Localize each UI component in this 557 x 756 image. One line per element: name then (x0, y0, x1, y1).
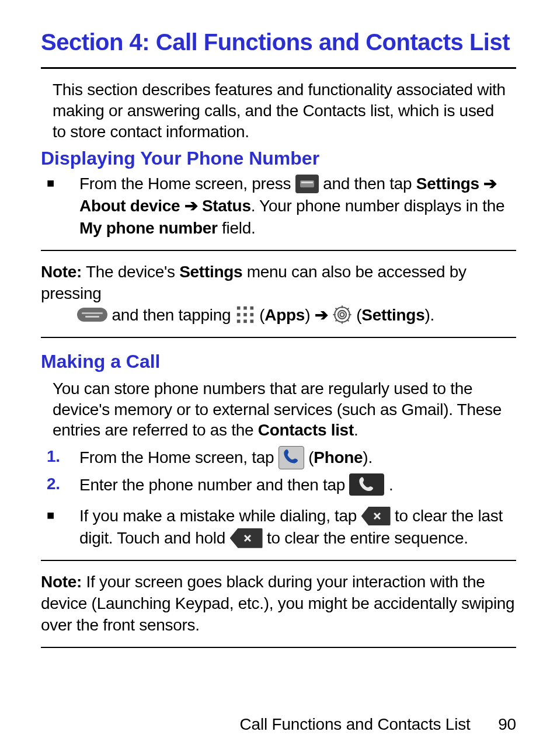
making-call-steps: 1. From the Home screen, tap (Phone). 2.… (41, 447, 516, 549)
note-label: Note: (41, 573, 82, 591)
footer-title: Call Functions and Contacts List (240, 715, 471, 733)
label-apps: Apps (264, 306, 305, 324)
making-call-intro: You can store phone numbers that are reg… (47, 378, 510, 441)
text: field. (218, 219, 256, 237)
page-number: 90 (498, 715, 516, 734)
phone-app-icon (278, 446, 304, 469)
svg-line-17 (347, 320, 349, 322)
text: and then tap (323, 175, 416, 193)
apps-grid-icon (235, 305, 255, 325)
label-phone-app: Phone (314, 448, 363, 466)
subhead-display-number: Displaying Your Phone Number (41, 148, 516, 169)
text: ) (305, 306, 310, 324)
svg-line-19 (347, 308, 349, 310)
note-label: Note: (41, 263, 82, 281)
arrow-icon: ➔ (483, 175, 497, 193)
home-key-icon (77, 308, 107, 322)
label-settings: Settings (416, 175, 479, 193)
menu-key-icon (295, 175, 319, 193)
svg-rect-3 (237, 313, 241, 317)
svg-point-10 (340, 313, 344, 317)
label-status: Status (202, 197, 251, 215)
section-title: Section 4: Call Functions and Contacts L… (41, 29, 516, 55)
bullet-marker: ■ (41, 505, 79, 526)
list-item: ■ If you make a mistake while dialing, t… (41, 505, 516, 549)
gear-icon (332, 305, 352, 325)
svg-rect-5 (250, 313, 253, 317)
svg-point-9 (338, 311, 346, 319)
text: The device's (82, 263, 179, 281)
text: ). (424, 306, 434, 324)
rule (41, 250, 516, 251)
svg-line-18 (335, 320, 337, 322)
svg-rect-6 (237, 320, 241, 323)
text: ( (259, 306, 264, 324)
rule (41, 560, 516, 561)
note-black-screen: Note: If your screen goes black during y… (41, 572, 516, 648)
subhead-making-a-call: Making a Call (41, 351, 516, 372)
backspace-icon (361, 507, 391, 525)
label-my-phone-number: My phone number (79, 219, 218, 237)
number-marker: 1. (41, 447, 79, 466)
svg-rect-8 (250, 320, 253, 323)
page-footer: Call Functions and Contacts List 90 (240, 715, 516, 734)
text: ). (363, 448, 373, 466)
arrow-icon: ➔ (315, 306, 332, 324)
text: . Your phone number displays in the (251, 197, 505, 215)
label-settings: Settings (179, 263, 242, 281)
text: . (354, 421, 358, 439)
display-number-list: ■ From the Home screen, press and then t… (41, 173, 516, 239)
text: If your screen goes black during your in… (41, 573, 514, 634)
text: ( (356, 306, 361, 324)
manual-page: Section 4: Call Functions and Contacts L… (0, 0, 557, 756)
text: Enter the phone number and then tap (79, 476, 349, 494)
svg-rect-7 (243, 320, 247, 323)
list-item: 2. Enter the phone number and then tap . (41, 474, 516, 497)
number-marker: 2. (41, 474, 79, 494)
svg-rect-0 (237, 306, 241, 310)
label-about-device: About device (79, 197, 180, 215)
list-item: 1. From the Home screen, tap (Phone). (41, 447, 516, 471)
text: . (389, 476, 393, 494)
svg-rect-2 (250, 306, 253, 310)
svg-line-16 (335, 308, 337, 310)
text: From the Home screen, press (79, 175, 295, 193)
note-settings-access: Note: The device's Settings menu can als… (41, 262, 516, 338)
backspace-icon (230, 528, 263, 548)
svg-rect-4 (243, 313, 247, 317)
label-settings: Settings (361, 306, 424, 324)
text: ( (308, 448, 314, 466)
list-item: ■ From the Home screen, press and then t… (41, 173, 516, 239)
text: and then tapping (112, 306, 235, 324)
call-button-icon (349, 473, 384, 496)
label-contacts-list: Contacts list (258, 421, 354, 439)
title-rule (41, 67, 516, 69)
text: If you make a mistake while dialing, tap (79, 507, 361, 525)
svg-rect-1 (243, 306, 247, 310)
bullet-marker: ■ (41, 173, 79, 194)
text: From the Home screen, tap (79, 448, 278, 466)
arrow-icon: ➔ (184, 197, 202, 215)
text: to clear the entire sequence. (267, 529, 468, 547)
intro-paragraph: This section describes features and func… (47, 79, 510, 142)
